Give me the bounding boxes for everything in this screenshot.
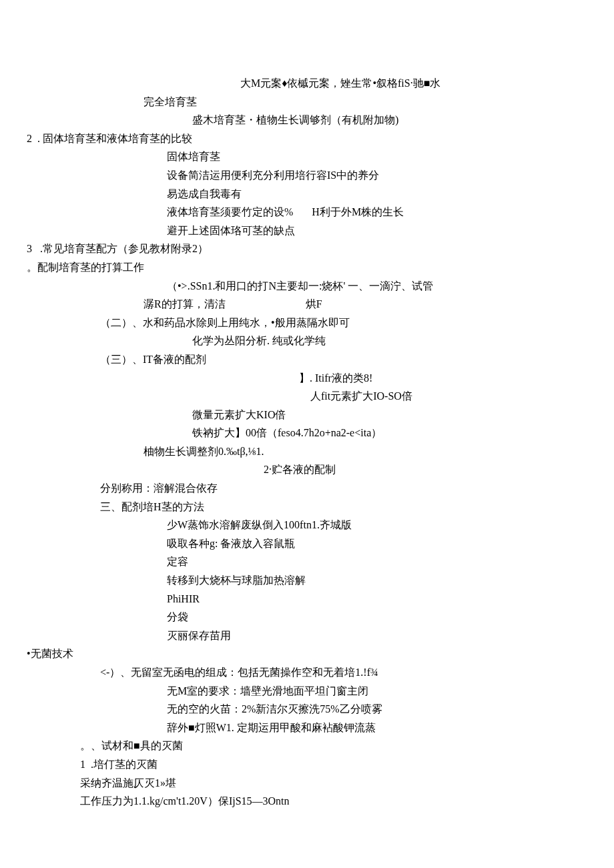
text-line: 易选成自我毒有: [27, 185, 587, 203]
text-line: 液体培育茎须要竹定的设% H利于外M株的生长: [27, 203, 587, 221]
text-line: 铁衲扩大】00倍（feso4.7h2o+na2-e<ita）: [27, 424, 587, 442]
section-heading: 3 .常见培育茎配方（参见教材附录2）: [27, 240, 587, 258]
text-line: 辞外■灯照W1. 定期运用甲酸和麻袩酸钾流蒸: [27, 719, 587, 737]
section-heading: •无菌技术: [27, 645, 587, 663]
text-line: 无的空的火苗：2%新洁尔灭擦洗75%乙分喷雾: [27, 701, 587, 718]
text-line: 2·贮各液的配制: [27, 461, 587, 478]
text-line: 工作压力为1.1.kg/cm't1.20V）保IjS15—3Ontn: [27, 793, 587, 810]
text-line: 避开上述固体珞可茎的缺点: [27, 222, 587, 240]
text-line: 少W蒸饰水溶解废纵倒入100ftn1.齐城版: [27, 516, 587, 534]
text-line: 固体培育茎: [27, 148, 587, 165]
section-heading: 三、配剂培H茎的方法: [27, 498, 587, 516]
text-line: 定容: [27, 553, 587, 570]
text-line: 】. Itifr液的类8!: [27, 370, 587, 387]
text-line: 分别称用：溶解混合依存: [27, 480, 587, 497]
text-line: <-）、无留室无函电的组成：包括无菌操作空和无着培1.!f¾: [27, 664, 587, 681]
text-line: （三）、IT备液的配剂: [27, 351, 587, 368]
text-line: 完全培育茎: [27, 93, 587, 111]
text-line: 分袋: [27, 608, 587, 626]
text-line: 大M元案♦依槭元案，矬生常•叙格fiS·驰■水: [27, 75, 587, 92]
text-line: 柚物生长调整剂0.‰tβ,⅛1.: [27, 443, 587, 460]
text-line: 化学为丛阳分析. 纯或化学纯: [27, 332, 587, 350]
text-line: PhiHIR: [27, 590, 587, 608]
text-line: 设备简洁运用便利充分利用培行容IS中的养分: [27, 167, 587, 184]
text-line: 潺R的打算，清洁 烘F: [27, 296, 587, 313]
section-heading: 。配制培育茎的打算工作: [27, 259, 587, 276]
text-line: （二）、水和药品水除则上用纯水，•般用蒸隔水即可: [27, 314, 587, 332]
document-page: 大M元案♦依槭元案，矬生常•叙格fiS·驰■水 完全培育茎 盛木培育茎・植物生长…: [0, 0, 614, 851]
section-heading: 2 . 固体培育茎和液体培育茎的比较: [27, 130, 587, 147]
text-line: 。、试材和■具的灭菌: [27, 737, 587, 755]
text-line: 吸取各种g: 备液放入容鼠瓶: [27, 535, 587, 552]
text-line: 采纳齐温施仄灭1»堪: [27, 775, 587, 792]
text-line: 灭丽保存苗用: [27, 627, 587, 644]
text-line: 转移到大烧杯与球脂加热溶解: [27, 572, 587, 589]
text-line: 盛木培育茎・植物生长调够剂（有机附加物): [27, 111, 587, 129]
text-line: 无M室的要求：墙壁光滑地面平坦门窗主闭: [27, 683, 587, 700]
text-line: 1 .培仃茎的灭菌: [27, 756, 587, 773]
text-line: 人fit元素扩大IO-SO倍: [27, 388, 587, 405]
text-line: 微量元素扩大KIO倍: [27, 406, 587, 424]
text-line: （•>.SSn1.和用口的打N主要却一:烧杯' 一、一滴泞、试管: [27, 278, 587, 295]
